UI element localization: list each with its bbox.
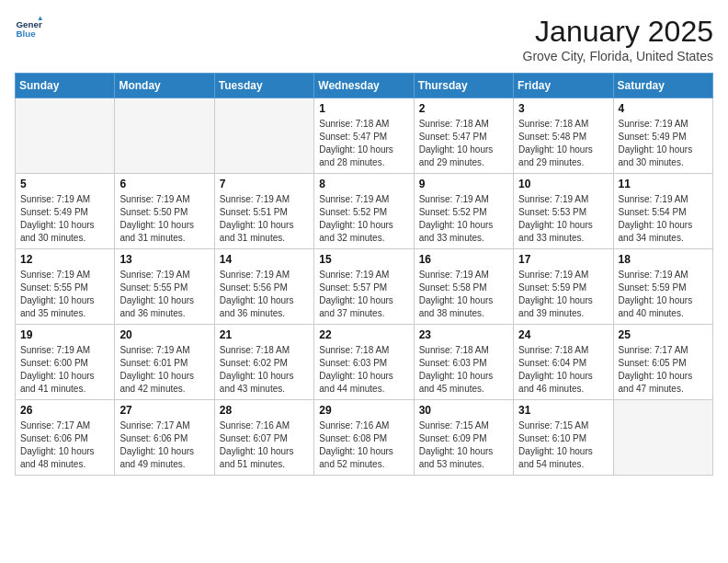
calendar-cell: 11Sunrise: 7:19 AMSunset: 5:54 PMDayligh… [613, 174, 712, 249]
day-number: 9 [419, 178, 508, 190]
day-info: Sunrise: 7:19 AMSunset: 5:59 PMDaylight:… [619, 269, 708, 320]
day-info: Sunrise: 7:19 AMSunset: 5:59 PMDaylight:… [518, 269, 608, 320]
day-of-week-header: Monday [115, 74, 214, 98]
day-info: Sunrise: 7:18 AMSunset: 5:47 PMDaylight:… [419, 118, 508, 169]
calendar-cell: 18Sunrise: 7:19 AMSunset: 5:59 PMDayligh… [613, 249, 712, 325]
calendar-cell: 10Sunrise: 7:19 AMSunset: 5:53 PMDayligh… [514, 174, 613, 249]
day-info: Sunrise: 7:18 AMSunset: 5:47 PMDaylight:… [319, 118, 408, 169]
calendar-cell [16, 98, 115, 174]
day-info: Sunrise: 7:18 AMSunset: 5:48 PMDaylight:… [518, 118, 608, 169]
logo: General Blue [15, 15, 42, 42]
day-number: 31 [518, 404, 608, 417]
day-of-week-header: Sunday [16, 74, 115, 98]
day-info: Sunrise: 7:19 AMSunset: 5:52 PMDaylight:… [319, 193, 408, 245]
svg-text:General: General [17, 19, 43, 29]
day-info: Sunrise: 7:15 AMSunset: 6:10 PMDaylight:… [518, 419, 608, 471]
week-row: 19Sunrise: 7:19 AMSunset: 6:00 PMDayligh… [16, 325, 713, 400]
page-header: General Blue January 2025 Grove City, Fl… [15, 15, 713, 63]
svg-text:Blue: Blue [17, 29, 37, 39]
calendar-cell: 31Sunrise: 7:15 AMSunset: 6:10 PMDayligh… [514, 400, 613, 476]
day-number: 6 [119, 178, 209, 190]
day-info: Sunrise: 7:19 AMSunset: 5:51 PMDaylight:… [220, 193, 309, 245]
day-of-week-header: Tuesday [214, 74, 313, 98]
calendar-cell [214, 98, 313, 174]
day-number: 21 [220, 328, 309, 341]
logo-icon: General Blue [15, 15, 42, 42]
calendar-cell: 29Sunrise: 7:16 AMSunset: 6:08 PMDayligh… [314, 400, 414, 476]
calendar-cell: 6Sunrise: 7:19 AMSunset: 5:50 PMDaylight… [115, 174, 214, 249]
day-info: Sunrise: 7:19 AMSunset: 5:50 PMDaylight:… [119, 193, 209, 245]
calendar-cell: 27Sunrise: 7:17 AMSunset: 6:06 PMDayligh… [115, 400, 214, 476]
calendar-cell: 9Sunrise: 7:19 AMSunset: 5:52 PMDaylight… [414, 174, 513, 249]
calendar-table: SundayMondayTuesdayWednesdayThursdayFrid… [15, 73, 713, 476]
day-info: Sunrise: 7:19 AMSunset: 5:57 PMDaylight:… [319, 269, 408, 320]
calendar-cell: 7Sunrise: 7:19 AMSunset: 5:51 PMDaylight… [214, 174, 313, 249]
day-info: Sunrise: 7:15 AMSunset: 6:09 PMDaylight:… [419, 419, 508, 471]
day-info: Sunrise: 7:19 AMSunset: 5:49 PMDaylight:… [619, 118, 708, 169]
day-info: Sunrise: 7:18 AMSunset: 6:04 PMDaylight:… [518, 344, 608, 396]
calendar-cell: 4Sunrise: 7:19 AMSunset: 5:49 PMDaylight… [613, 98, 712, 174]
day-info: Sunrise: 7:19 AMSunset: 5:49 PMDaylight:… [20, 193, 109, 245]
day-number: 23 [419, 328, 508, 341]
day-number: 24 [518, 328, 608, 341]
calendar-cell: 5Sunrise: 7:19 AMSunset: 5:49 PMDaylight… [16, 174, 115, 249]
day-info: Sunrise: 7:17 AMSunset: 6:06 PMDaylight:… [119, 419, 209, 471]
location-label: Grove City, Florida, United States [523, 49, 713, 63]
day-info: Sunrise: 7:17 AMSunset: 6:06 PMDaylight:… [20, 419, 109, 471]
day-of-week-header: Friday [514, 74, 613, 98]
calendar-cell: 28Sunrise: 7:16 AMSunset: 6:07 PMDayligh… [214, 400, 313, 476]
calendar-cell: 13Sunrise: 7:19 AMSunset: 5:55 PMDayligh… [115, 249, 214, 325]
day-number: 8 [319, 178, 408, 190]
day-info: Sunrise: 7:19 AMSunset: 5:53 PMDaylight:… [518, 193, 608, 245]
day-info: Sunrise: 7:18 AMSunset: 6:02 PMDaylight:… [220, 344, 309, 396]
day-number: 14 [220, 253, 309, 266]
calendar-cell: 25Sunrise: 7:17 AMSunset: 6:05 PMDayligh… [613, 325, 712, 400]
day-of-week-header: Saturday [613, 74, 712, 98]
day-info: Sunrise: 7:19 AMSunset: 5:56 PMDaylight:… [220, 269, 309, 320]
day-number: 10 [518, 178, 608, 190]
day-number: 18 [619, 253, 708, 266]
svg-marker-2 [39, 17, 43, 21]
day-info: Sunrise: 7:19 AMSunset: 5:52 PMDaylight:… [419, 193, 508, 245]
week-row: 5Sunrise: 7:19 AMSunset: 5:49 PMDaylight… [16, 174, 713, 249]
day-number: 26 [20, 404, 109, 417]
calendar-cell: 3Sunrise: 7:18 AMSunset: 5:48 PMDaylight… [514, 98, 613, 174]
month-title: January 2025 [523, 15, 713, 49]
day-info: Sunrise: 7:17 AMSunset: 6:05 PMDaylight:… [619, 344, 708, 396]
calendar-cell: 23Sunrise: 7:18 AMSunset: 6:03 PMDayligh… [414, 325, 513, 400]
calendar-cell [613, 400, 712, 476]
day-info: Sunrise: 7:19 AMSunset: 6:00 PMDaylight:… [20, 344, 109, 396]
calendar-cell: 2Sunrise: 7:18 AMSunset: 5:47 PMDaylight… [414, 98, 513, 174]
day-number: 1 [319, 102, 408, 115]
day-info: Sunrise: 7:16 AMSunset: 6:07 PMDaylight:… [220, 419, 309, 471]
day-number: 3 [518, 102, 608, 115]
day-info: Sunrise: 7:16 AMSunset: 6:08 PMDaylight:… [319, 419, 408, 471]
day-number: 11 [619, 178, 708, 190]
calendar-cell: 26Sunrise: 7:17 AMSunset: 6:06 PMDayligh… [16, 400, 115, 476]
day-number: 13 [119, 253, 209, 266]
week-row: 26Sunrise: 7:17 AMSunset: 6:06 PMDayligh… [16, 400, 713, 476]
day-number: 5 [20, 178, 109, 190]
day-number: 19 [20, 328, 109, 341]
day-number: 7 [220, 178, 309, 190]
day-info: Sunrise: 7:19 AMSunset: 5:55 PMDaylight:… [20, 269, 109, 320]
day-number: 12 [20, 253, 109, 266]
calendar-cell: 30Sunrise: 7:15 AMSunset: 6:09 PMDayligh… [414, 400, 513, 476]
calendar-cell: 8Sunrise: 7:19 AMSunset: 5:52 PMDaylight… [314, 174, 414, 249]
calendar-cell: 12Sunrise: 7:19 AMSunset: 5:55 PMDayligh… [16, 249, 115, 325]
day-of-week-header: Wednesday [314, 74, 414, 98]
calendar-cell: 1Sunrise: 7:18 AMSunset: 5:47 PMDaylight… [314, 98, 414, 174]
calendar-cell [115, 98, 214, 174]
day-number: 30 [419, 404, 508, 417]
day-number: 28 [220, 404, 309, 417]
day-number: 29 [319, 404, 408, 417]
day-number: 20 [119, 328, 209, 341]
calendar-cell: 20Sunrise: 7:19 AMSunset: 6:01 PMDayligh… [115, 325, 214, 400]
title-block: January 2025 Grove City, Florida, United… [523, 15, 713, 63]
day-number: 2 [419, 102, 508, 115]
calendar-cell: 15Sunrise: 7:19 AMSunset: 5:57 PMDayligh… [314, 249, 414, 325]
calendar-cell: 16Sunrise: 7:19 AMSunset: 5:58 PMDayligh… [414, 249, 513, 325]
day-info: Sunrise: 7:19 AMSunset: 5:58 PMDaylight:… [419, 269, 508, 320]
calendar-cell: 22Sunrise: 7:18 AMSunset: 6:03 PMDayligh… [314, 325, 414, 400]
calendar-cell: 14Sunrise: 7:19 AMSunset: 5:56 PMDayligh… [214, 249, 313, 325]
